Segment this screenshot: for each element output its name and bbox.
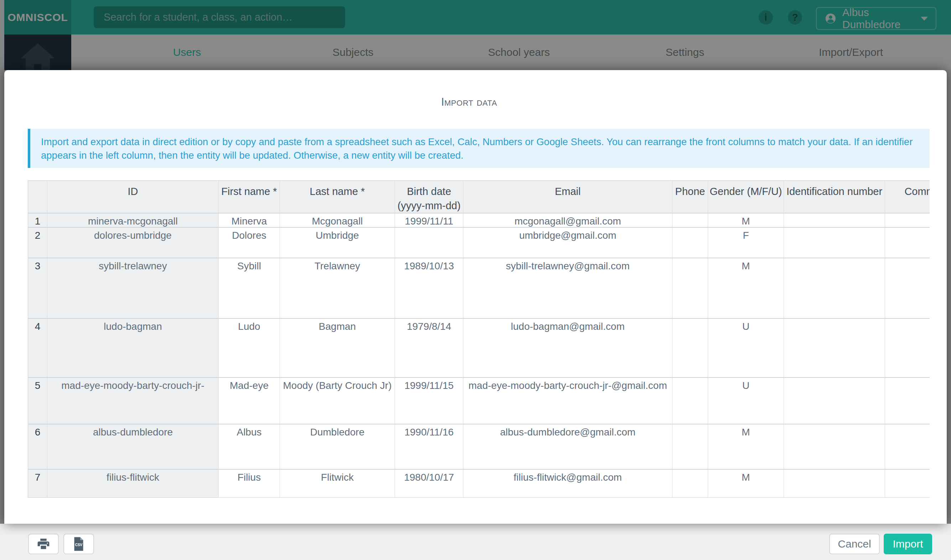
table-row: 7filius-flitwickFiliusFlitwick1980/10/17… <box>28 470 929 498</box>
cell-last[interactable]: Moody (Barty Crouch Jr) <box>280 378 395 425</box>
cell-phone[interactable] <box>673 470 708 498</box>
cell-gender[interactable]: M <box>708 425 784 470</box>
cell-email[interactable]: mad-eye-moody-barty-crouch-jr-@gmail.com <box>463 378 673 425</box>
cell-gender[interactable]: U <box>708 378 784 425</box>
cell-num: 3 <box>28 258 47 319</box>
cell-email[interactable]: mcgonagall@gmail.com <box>463 214 673 228</box>
cell-birth[interactable]: 1990/11/16 <box>395 425 463 470</box>
cell-idnum[interactable] <box>784 378 885 425</box>
cell-idnum[interactable] <box>784 258 885 319</box>
table-row: 1minerva-mcgonagallMinervaMcgonagall1999… <box>28 214 929 228</box>
column-header-gender[interactable]: Gender (M/F/U) <box>708 181 784 214</box>
cell-num: 5 <box>28 378 47 425</box>
cell-gender[interactable]: M <box>708 470 784 498</box>
grid-header-row: IDFirst name *Last name *Birth date(yyyy… <box>28 181 929 214</box>
cell-email[interactable]: sybill-trelawney@gmail.com <box>463 258 673 319</box>
cell-first[interactable]: Sybill <box>219 258 280 319</box>
cell-idnum[interactable] <box>784 425 885 470</box>
cell-last[interactable]: Trelawney <box>280 258 395 319</box>
cell-num: 4 <box>28 319 47 378</box>
cell-comment[interactable] <box>885 319 929 378</box>
cell-last[interactable]: Dumbledore <box>280 425 395 470</box>
import-grid: IDFirst name *Last name *Birth date(yyyy… <box>28 180 929 498</box>
table-row: 3sybill-trelawneySybillTrelawney1989/10/… <box>28 258 929 319</box>
cell-comment[interactable] <box>885 258 929 319</box>
cell-email[interactable]: filius-flitwick@gmail.com <box>463 470 673 498</box>
cell-first[interactable]: Albus <box>219 425 280 470</box>
cell-id[interactable]: ludo-bagman <box>47 319 219 378</box>
cell-first[interactable]: Filius <box>219 470 280 498</box>
cell-birth[interactable]: 1980/10/17 <box>395 470 463 498</box>
column-header-birth[interactable]: Birth date(yyyy-mm-dd) <box>395 181 463 214</box>
cell-birth[interactable]: 1979/8/14 <box>395 319 463 378</box>
cell-idnum[interactable] <box>784 470 885 498</box>
cell-idnum[interactable] <box>784 228 885 258</box>
cell-num: 1 <box>28 214 47 228</box>
cell-email[interactable]: albus-dumbledore@gmail.com <box>463 425 673 470</box>
cell-birth[interactable]: 1999/11/15 <box>395 378 463 425</box>
cell-first[interactable]: Ludo <box>219 319 280 378</box>
cell-first[interactable]: Dolores <box>219 228 280 258</box>
cell-email[interactable]: ludo-bagman@gmail.com <box>463 319 673 378</box>
cell-last[interactable]: Umbridge <box>280 228 395 258</box>
table-row: 6albus-dumbledoreAlbusDumbledore1990/11/… <box>28 425 929 470</box>
dialog-title: Import data <box>4 96 934 109</box>
cell-phone[interactable] <box>673 228 708 258</box>
cell-phone[interactable] <box>673 319 708 378</box>
cell-phone[interactable] <box>673 425 708 470</box>
cell-phone[interactable] <box>673 378 708 425</box>
printer-icon <box>37 537 50 551</box>
cell-first[interactable]: Minerva <box>219 214 280 228</box>
cell-last[interactable]: Flitwick <box>280 470 395 498</box>
cell-idnum[interactable] <box>784 214 885 228</box>
column-header-first[interactable]: First name * <box>219 181 280 214</box>
column-header-subtext: (yyyy-mm-dd) <box>395 198 463 213</box>
import-data-dialog: Import data Import and export data in di… <box>4 70 947 524</box>
column-header-phone[interactable]: Phone <box>673 181 708 214</box>
cell-comment[interactable] <box>885 470 929 498</box>
cell-last[interactable]: Bagman <box>280 319 395 378</box>
cell-id[interactable]: minerva-mcgonagall <box>47 214 219 228</box>
dialog-footer: CSV Cancel Import <box>0 524 951 560</box>
column-header-last[interactable]: Last name * <box>280 181 395 214</box>
cell-phone[interactable] <box>673 214 708 228</box>
import-button[interactable]: Import <box>884 534 932 554</box>
cell-id[interactable]: albus-dumbledore <box>47 425 219 470</box>
cell-comment[interactable] <box>885 425 929 470</box>
cell-id[interactable]: sybill-trelawney <box>47 258 219 319</box>
print-button[interactable] <box>28 534 59 554</box>
cell-id[interactable]: dolores-umbridge <box>47 228 219 258</box>
cell-num: 6 <box>28 425 47 470</box>
cell-phone[interactable] <box>673 258 708 319</box>
cell-comment[interactable] <box>885 378 929 425</box>
import-grid-container: IDFirst name *Last name *Birth date(yyyy… <box>28 180 929 498</box>
file-csv-icon: CSV <box>73 537 85 551</box>
cell-comment[interactable] <box>885 228 929 258</box>
cell-num: 7 <box>28 470 47 498</box>
cell-birth[interactable]: 1999/11/11 <box>395 214 463 228</box>
cell-comment[interactable] <box>885 214 929 228</box>
cell-gender[interactable]: M <box>708 214 784 228</box>
column-header-idnum[interactable]: Identification number <box>784 181 885 214</box>
cell-idnum[interactable] <box>784 319 885 378</box>
table-row: 4ludo-bagmanLudoBagman1979/8/14ludo-bagm… <box>28 319 929 378</box>
cell-birth[interactable] <box>395 228 463 258</box>
cell-email[interactable]: umbridge@gmail.com <box>463 228 673 258</box>
cell-gender[interactable]: F <box>708 228 784 258</box>
export-csv-button[interactable]: CSV <box>63 534 94 554</box>
cancel-button[interactable]: Cancel <box>829 534 880 554</box>
cell-gender[interactable]: M <box>708 258 784 319</box>
cell-last[interactable]: Mcgonagall <box>280 214 395 228</box>
table-row: 2dolores-umbridgeDoloresUmbridgeumbridge… <box>28 228 929 258</box>
column-header-comment[interactable]: Comments <box>885 181 929 214</box>
cell-gender[interactable]: U <box>708 319 784 378</box>
info-banner: Import and export data in direct edition… <box>28 129 929 168</box>
svg-text:CSV: CSV <box>75 543 83 547</box>
cell-id[interactable]: filius-flitwick <box>47 470 219 498</box>
cell-id[interactable]: mad-eye-moody-barty-crouch-jr- <box>47 378 219 425</box>
cell-first[interactable]: Mad-eye <box>219 378 280 425</box>
column-header-email[interactable]: Email <box>463 181 673 214</box>
table-row: 5mad-eye-moody-barty-crouch-jr-Mad-eyeMo… <box>28 378 929 425</box>
column-header-id[interactable]: ID <box>47 181 219 214</box>
cell-birth[interactable]: 1989/10/13 <box>395 258 463 319</box>
